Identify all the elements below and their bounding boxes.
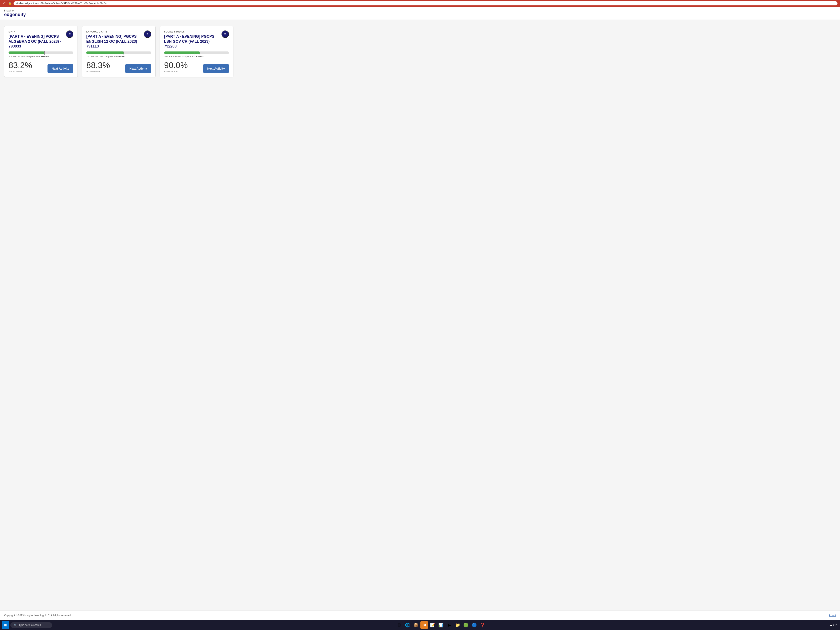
grade-label-0: Actual Grade <box>8 70 32 73</box>
taskbar-search[interactable]: 🔍 Type here to search <box>10 622 52 628</box>
progress-ahead-0: AHEAD <box>40 55 49 58</box>
grade-info-1: 88.3% Actual Grade <box>86 61 110 73</box>
taskbar-icon-store[interactable]: 📦 <box>412 621 420 629</box>
progress-bar-container-0 <box>8 52 73 54</box>
app-footer: Copyright © 2023 Imagine Learning, LLC. … <box>0 610 840 620</box>
taskbar-icon-5[interactable]: 📝 <box>429 621 436 629</box>
taskbar-icon-4[interactable]: 63 <box>420 621 428 629</box>
taskbar-icon-1[interactable]: 🖥 <box>395 621 403 629</box>
about-link[interactable]: About <box>829 614 836 617</box>
card-subject-0: MATH <box>8 30 64 33</box>
course-card-2: SOCIAL STUDIES [PART A - EVENING] PGCPS … <box>160 26 233 77</box>
grade-label-1: Actual Grade <box>86 70 110 73</box>
taskbar-icon-help[interactable]: ❓ <box>479 621 486 629</box>
card-header-0: MATH [PART A - EVENING] PGCPS ALGEBRA 2 … <box>8 30 73 49</box>
taskbar-icon-chrome[interactable]: 🟢 <box>462 621 470 629</box>
taskbar-search-text: Type here to search <box>19 624 41 627</box>
search-icon: 🔍 <box>14 624 17 627</box>
menu-button-0[interactable]: ≡ <box>66 30 73 38</box>
card-subject-1: LANGUAGE ARTS <box>86 30 142 33</box>
weather-icon: ☁ <box>830 624 832 627</box>
menu-icon-0: ≡ <box>69 33 71 36</box>
progress-bar-expected-0 <box>39 51 40 55</box>
temperature: 61°F <box>833 624 838 627</box>
app-wrapper: imagine edgenuity MATH [PART A - EVENING… <box>0 7 840 620</box>
card-title-section-2: SOCIAL STUDIES [PART A - EVENING] PGCPS … <box>164 30 221 49</box>
progress-status-1: You are: 58.18% complete and AHEAD <box>86 55 151 58</box>
url-bar[interactable]: student.edgenuity.com/?=&returnOrder=0e9… <box>14 1 837 5</box>
brand-main: edgenuity <box>4 12 836 17</box>
reload-icon[interactable]: ↺ <box>3 2 6 5</box>
course-card-0: MATH [PART A - EVENING] PGCPS ALGEBRA 2 … <box>4 26 78 77</box>
next-activity-button-2[interactable]: Next Activity <box>203 65 229 73</box>
brand-logo: imagine edgenuity <box>4 9 836 17</box>
grade-value-2: 90.0% <box>164 61 188 69</box>
grade-label-2: Actual Grade <box>164 70 188 73</box>
taskbar: ⊞ 🔍 Type here to search 🖥 🌐 📦 63 📝 📊 ▶ 📁 <box>0 620 840 630</box>
grade-section-1: 88.3% Actual Grade Next Activity <box>86 61 151 73</box>
taskbar-system: ☁ 61°F <box>830 624 838 627</box>
brand-top: imagine <box>4 9 836 12</box>
progress-bar-fill-0 <box>8 52 44 54</box>
menu-button-2[interactable]: ≡ <box>221 30 229 38</box>
grade-value-0: 83.2% <box>8 61 32 69</box>
taskbar-icon-9[interactable]: 🔵 <box>471 621 478 629</box>
progress-bar-fill-1 <box>86 52 124 54</box>
card-title-section-1: LANGUAGE ARTS [PART A - EVENING] PGCPS E… <box>86 30 144 49</box>
grade-section-0: 83.2% Actual Grade Next Activity <box>8 61 73 73</box>
progress-status-0: You are: 55.58% complete and AHEAD <box>8 55 73 58</box>
progress-section-1: You are: 58.18% complete and AHEAD <box>86 52 151 58</box>
app-header: imagine edgenuity <box>0 7 840 20</box>
card-header-1: LANGUAGE ARTS [PART A - EVENING] PGCPS E… <box>86 30 151 49</box>
progress-bar-container-1 <box>86 52 151 54</box>
grade-value-1: 88.3% <box>86 61 110 69</box>
card-title-section-0: MATH [PART A - EVENING] PGCPS ALGEBRA 2 … <box>8 30 66 49</box>
progress-section-2: You are: 55.43% complete and AHEAD <box>164 52 229 58</box>
main-content: MATH [PART A - EVENING] PGCPS ALGEBRA 2 … <box>0 20 840 610</box>
card-title-1: [PART A - EVENING] PGCPS ENGLISH 12 OC (… <box>86 34 142 49</box>
progress-bar-expected-2 <box>194 51 195 55</box>
card-title-0: [PART A - EVENING] PGCPS ALGEBRA 2 OC (F… <box>8 34 64 49</box>
progress-ahead-2: AHEAD <box>196 55 204 58</box>
cards-grid: MATH [PART A - EVENING] PGCPS ALGEBRA 2 … <box>4 26 233 77</box>
taskbar-icon-7[interactable]: ▶ <box>445 621 453 629</box>
next-activity-button-0[interactable]: Next Activity <box>47 65 73 73</box>
menu-icon-2: ≡ <box>224 33 226 36</box>
progress-ahead-1: AHEAD <box>118 55 126 58</box>
taskbar-icons: 🖥 🌐 📦 63 📝 📊 ▶ 📁 🟢 🔵 ❓ <box>53 621 829 629</box>
taskbar-icon-edge[interactable]: 🌐 <box>404 621 411 629</box>
taskbar-icon-8[interactable]: 📁 <box>454 621 461 629</box>
card-title-2: [PART A - EVENING] PGCPS LSN GOV CR (FAL… <box>164 34 219 49</box>
taskbar-icon-6[interactable]: 📊 <box>437 621 445 629</box>
start-button[interactable]: ⊞ <box>2 621 9 629</box>
card-subject-2: SOCIAL STUDIES <box>164 30 219 33</box>
weather-info: ☁ 61°F <box>830 624 838 627</box>
card-header-2: SOCIAL STUDIES [PART A - EVENING] PGCPS … <box>164 30 229 49</box>
lock-icon: 🔒 <box>8 2 11 5</box>
progress-status-2: You are: 55.43% complete and AHEAD <box>164 55 229 58</box>
menu-icon-1: ≡ <box>147 33 148 36</box>
windows-icon: ⊞ <box>4 623 7 627</box>
grade-section-2: 90.0% Actual Grade Next Activity <box>164 61 229 73</box>
footer-copyright: Copyright © 2023 Imagine Learning, LLC. … <box>4 614 72 617</box>
next-activity-button-1[interactable]: Next Activity <box>125 65 151 73</box>
progress-section-0: You are: 55.58% complete and AHEAD <box>8 52 73 58</box>
menu-button-1[interactable]: ≡ <box>144 30 151 38</box>
grade-info-2: 90.0% Actual Grade <box>164 61 188 73</box>
progress-bar-container-2 <box>164 52 229 54</box>
course-card-1: LANGUAGE ARTS [PART A - EVENING] PGCPS E… <box>82 26 155 77</box>
browser-chrome: ↺ 🔒 student.edgenuity.com/?=&returnOrder… <box>0 0 840 7</box>
progress-bar-expected-1 <box>119 51 119 55</box>
grade-info-0: 83.2% Actual Grade <box>8 61 32 73</box>
